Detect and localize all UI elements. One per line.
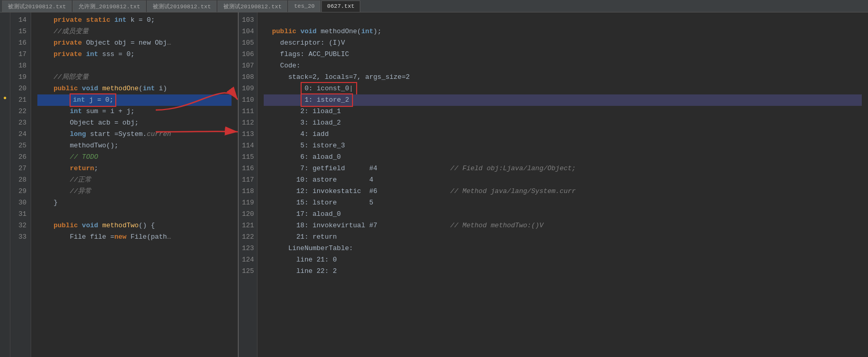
code-line-17: private int sss = 0;	[37, 49, 232, 60]
gutter-line-28	[0, 172, 10, 184]
bc-ln-115: 115	[242, 152, 254, 163]
code-line-32: public void methodTwo() {	[37, 220, 232, 231]
tab-6[interactable]: 0627.txt	[321, 1, 360, 12]
code-line-25: methodTwo();	[37, 140, 232, 152]
ln-33: 33	[15, 231, 26, 243]
gutter-line-32	[0, 218, 10, 229]
bc-ln-107: 107	[242, 60, 254, 72]
kw-int: int	[114, 15, 126, 26]
bc-ln-113: 113	[242, 129, 254, 140]
gutter-line-14	[0, 12, 10, 24]
tab-bar: 被测试20190812.txt 允许测_20190812.txt 被测试2019…	[0, 0, 868, 12]
bc-line-125: line 22: 2	[264, 266, 862, 277]
bc-line-111: 2: iload_1	[264, 106, 862, 117]
code-line-27: return;	[37, 163, 232, 174]
type-obj: Object	[70, 117, 94, 129]
left-code-content[interactable]: private static int k = 0; //成员变量 private…	[31, 12, 238, 357]
bc-line-113: 4: iadd	[264, 129, 862, 140]
bc-ln-119: 119	[242, 197, 254, 209]
ln-18: 18	[15, 60, 26, 72]
bc-ln-103: 103	[242, 15, 254, 26]
bc-line-108: stack=2, locals=7, args_size=2	[264, 72, 862, 83]
ln-27: 27	[15, 163, 26, 174]
bc-comment-118: // Method java/lang/System.curr	[450, 186, 576, 197]
bc-line-118: 12: invokestatic #6 // Method java/lang/…	[264, 186, 862, 197]
bc-line-122: 21: return	[264, 231, 862, 243]
comment-15: //成员变量	[53, 26, 89, 37]
right-pane: 103 104 105 106 107 108 109 110 111 112 …	[239, 12, 868, 357]
type-object: Object	[86, 37, 111, 49]
tab-5[interactable]: tes_20	[288, 1, 320, 12]
bc-line-115: 6: aload_0	[264, 152, 862, 163]
gutter: ●	[0, 12, 10, 357]
ln-19: 19	[15, 72, 26, 83]
gutter-line-27	[0, 161, 10, 172]
editor-area: ● 14 15 16 17 18 19 2	[0, 12, 868, 357]
gutter-line-30	[0, 195, 10, 207]
bc-int: int	[361, 26, 373, 37]
code-line-26: // TODO	[37, 152, 232, 163]
bc-ln-114: 114	[242, 140, 254, 152]
bc-line-106: flags: ACC_PUBLIC	[264, 49, 862, 60]
bc-ln-110: 110	[242, 94, 254, 106]
tab-2[interactable]: 允许测_20190812.txt	[73, 1, 146, 12]
bc-line-117: 10: astore 4	[264, 174, 862, 186]
gutter-line-24	[0, 127, 10, 138]
bc-line-103	[264, 15, 862, 26]
code-line-29: //异常	[37, 186, 232, 197]
kw-int2: int	[86, 49, 98, 60]
ln-23: 23	[15, 117, 26, 129]
gutter-line-21: ●	[0, 92, 10, 104]
ln-20: 20	[15, 83, 26, 94]
ln-31: 31	[15, 209, 26, 220]
gutter-line-23	[0, 115, 10, 127]
kw-void2: void	[82, 220, 98, 231]
comment-19: //局部变量	[53, 72, 89, 83]
bc-line-107: Code:	[264, 60, 862, 72]
bc-line-124: line 21: 0	[264, 254, 862, 266]
gutter-line-19	[0, 70, 10, 81]
ln-32: 32	[15, 220, 26, 231]
gutter-line-20	[0, 81, 10, 92]
bc-line-104: public void methodOne(int);	[264, 26, 862, 37]
comment-todo: // TODO	[70, 152, 98, 163]
gutter-line-31	[0, 207, 10, 218]
bc-ln-117: 117	[242, 174, 254, 186]
tab-3[interactable]: 被测试20190812.txt	[147, 1, 216, 12]
kw-int3: int	[143, 83, 155, 94]
bytecode-content: public void methodOne(int); descriptor: …	[257, 12, 868, 357]
tab-1[interactable]: 被测试20190812.txt	[2, 1, 72, 12]
bc-ln-106: 106	[242, 49, 254, 60]
code-line-23: Object acb = obj;	[37, 117, 232, 129]
kw-public: public	[53, 83, 78, 94]
gutter-line-29	[0, 184, 10, 195]
ln-24: 24	[15, 129, 26, 140]
bc-ln-121: 121	[242, 220, 254, 231]
bc-ln-120: 120	[242, 209, 254, 220]
comment-28: //正常	[70, 174, 91, 186]
code-line-30: }	[37, 197, 232, 209]
tab-4[interactable]: 被测试20190812.txt	[218, 1, 287, 12]
kw-void: void	[82, 83, 98, 94]
code-line-24: long start =System.curren	[37, 129, 232, 140]
bc-ln-112: 112	[242, 117, 254, 129]
bc-istore-box: 1: istore_2	[301, 93, 354, 107]
ln-28: 28	[15, 174, 26, 186]
ln-21: 21	[15, 94, 26, 106]
kw-long: long	[70, 129, 86, 140]
ln-30: 30	[15, 197, 26, 209]
redbox-int-j: int j = 0;	[70, 93, 116, 107]
code-line-14: private static int k = 0;	[37, 15, 232, 26]
gutter-line-18	[0, 58, 10, 70]
kw-int5: int	[70, 106, 82, 117]
kw-static: static	[86, 15, 111, 26]
bc-ln-105: 105	[242, 37, 254, 49]
gutter-line-33	[0, 229, 10, 241]
bc-line-112: 3: iload_2	[264, 117, 862, 129]
kw-new: new	[114, 231, 126, 243]
gutter-line-15	[0, 24, 10, 35]
ln-22: 22	[15, 106, 26, 117]
bc-ln-124: 124	[242, 254, 254, 266]
right-line-numbers: 103 104 105 106 107 108 109 110 111 112 …	[239, 12, 257, 357]
bc-ln-118: 118	[242, 186, 254, 197]
